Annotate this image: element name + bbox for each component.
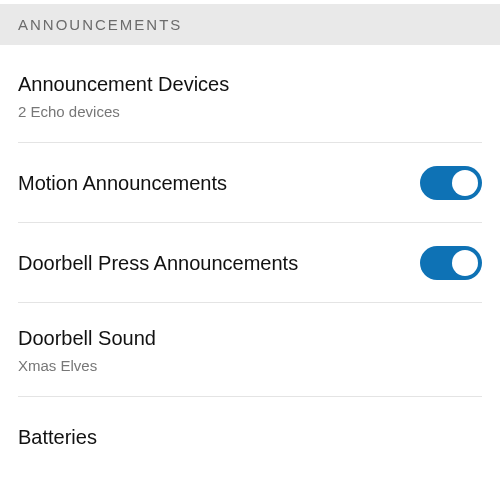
toggle-doorbell-press-announcements[interactable] xyxy=(420,246,482,280)
toggle-knob-icon xyxy=(452,170,478,196)
row-announcement-devices[interactable]: Announcement Devices 2 Echo devices xyxy=(18,45,482,143)
toggle-motion-announcements[interactable] xyxy=(420,166,482,200)
toggle-knob-icon xyxy=(452,250,478,276)
row-subtitle: Xmas Elves xyxy=(18,357,482,374)
row-subtitle: 2 Echo devices xyxy=(18,103,482,120)
row-doorbell-sound[interactable]: Doorbell Sound Xmas Elves xyxy=(18,303,482,397)
row-text: Doorbell Press Announcements xyxy=(18,250,408,276)
row-text: Batteries xyxy=(18,424,482,450)
row-title: Batteries xyxy=(18,424,482,450)
row-text: Motion Announcements xyxy=(18,170,408,196)
row-text: Doorbell Sound Xmas Elves xyxy=(18,325,482,374)
settings-list: Announcement Devices 2 Echo devices Moti… xyxy=(0,45,500,477)
row-title: Doorbell Press Announcements xyxy=(18,250,408,276)
row-title: Motion Announcements xyxy=(18,170,408,196)
row-batteries[interactable]: Batteries xyxy=(18,397,482,477)
section-header-announcements: ANNOUNCEMENTS xyxy=(0,4,500,45)
row-doorbell-press-announcements[interactable]: Doorbell Press Announcements xyxy=(18,223,482,303)
row-title: Doorbell Sound xyxy=(18,325,482,351)
row-text: Announcement Devices 2 Echo devices xyxy=(18,71,482,120)
row-motion-announcements[interactable]: Motion Announcements xyxy=(18,143,482,223)
row-title: Announcement Devices xyxy=(18,71,482,97)
